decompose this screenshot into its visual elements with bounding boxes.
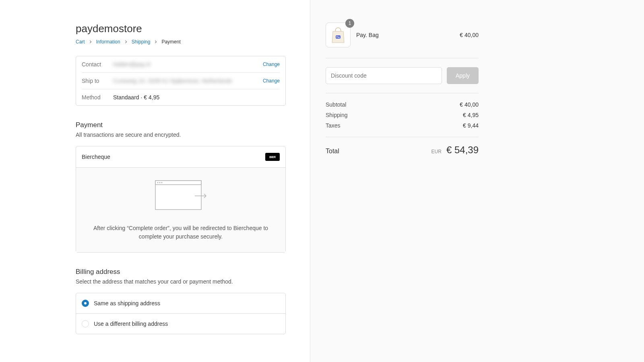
totals-block: Subtotal € 40,00 Shipping € 4,95 Taxes €… bbox=[326, 101, 479, 137]
billing-different-radio[interactable]: Use a different billing address bbox=[76, 314, 285, 334]
billing-sub: Select the address that matches your car… bbox=[76, 278, 286, 285]
contact-value: hidden@pay.nl bbox=[113, 61, 263, 68]
billing-same-radio[interactable]: Same as shipping address bbox=[76, 293, 285, 314]
chevron-right-icon bbox=[154, 39, 157, 45]
subtotal-label: Subtotal bbox=[326, 101, 346, 108]
shopping-bag-icon: Pay bbox=[330, 27, 346, 43]
shipping-label: Shipping bbox=[326, 112, 348, 118]
review-method-row: Method Standaard · € 4,95 bbox=[82, 89, 280, 105]
subtotal-line: Subtotal € 40,00 bbox=[326, 101, 479, 108]
shipto-label: Ship to bbox=[82, 78, 113, 84]
change-contact-link[interactable]: Change bbox=[263, 62, 280, 67]
apply-discount-button[interactable]: Apply bbox=[447, 67, 479, 84]
discount-row: Apply bbox=[326, 67, 479, 93]
review-contact-row: Contact hidden@pay.nl Change bbox=[82, 56, 280, 73]
shipping-line: Shipping € 4,95 bbox=[326, 112, 479, 118]
payment-method-body: After clicking “Complete order”, you wil… bbox=[76, 168, 285, 252]
cart-item-thumbnail: Pay 1 bbox=[326, 23, 351, 47]
method-label: Method bbox=[82, 94, 113, 101]
payment-sub: All transactions are secure and encrypte… bbox=[76, 132, 286, 138]
redirect-window-icon bbox=[155, 180, 207, 214]
total-amount: € 54,39 bbox=[446, 144, 479, 156]
review-block: Contact hidden@pay.nl Change Ship to Cur… bbox=[76, 56, 286, 106]
svg-point-4 bbox=[161, 182, 163, 183]
chevron-right-icon bbox=[124, 39, 128, 45]
svg-rect-0 bbox=[155, 181, 201, 210]
breadcrumb-information[interactable]: Information bbox=[96, 39, 120, 45]
biercheque-badge-icon: BIER bbox=[265, 153, 280, 161]
billing-address-box: Same as shipping address Use a different… bbox=[76, 293, 286, 334]
billing-title: Billing address bbox=[76, 268, 286, 276]
billing-different-label: Use a different billing address bbox=[94, 321, 168, 327]
shipto-value: Curieweg 10, 3208 KJ Spijkenisse, Nether… bbox=[113, 78, 263, 84]
breadcrumb: Cart Information Shipping Payment bbox=[76, 39, 286, 45]
payment-method-name: Biercheque bbox=[82, 154, 110, 160]
svg-point-3 bbox=[159, 182, 161, 183]
radio-checked-icon bbox=[82, 300, 89, 307]
total-label: Total bbox=[326, 148, 339, 155]
billing-same-label: Same as shipping address bbox=[94, 300, 160, 306]
review-shipto-row: Ship to Curieweg 10, 3208 KJ Spijkenisse… bbox=[82, 73, 280, 89]
taxes-value: € 9,44 bbox=[463, 122, 479, 129]
total-currency: EUR bbox=[431, 149, 442, 154]
payment-title: Payment bbox=[76, 121, 286, 129]
payment-redirect-text: After clicking “Complete order”, you wil… bbox=[86, 224, 276, 241]
contact-label: Contact bbox=[82, 61, 113, 68]
payment-method-header[interactable]: Biercheque BIER bbox=[76, 146, 285, 168]
cart-item-qty-badge: 1 bbox=[345, 19, 354, 28]
breadcrumb-cart[interactable]: Cart bbox=[76, 39, 85, 45]
svg-text:Pay: Pay bbox=[336, 36, 340, 38]
store-name: paydemostore bbox=[76, 23, 286, 35]
change-shipto-link[interactable]: Change bbox=[263, 78, 280, 84]
breadcrumb-shipping[interactable]: Shipping bbox=[132, 39, 151, 45]
grand-total-row: Total EUR € 54,39 bbox=[326, 144, 479, 156]
cart-item-price: € 40,00 bbox=[460, 32, 479, 38]
order-summary-sidebar: Pay 1 Pay. Bag € 40,00 Apply Subtotal € … bbox=[310, 0, 644, 362]
discount-code-input[interactable] bbox=[326, 67, 442, 84]
chevron-right-icon bbox=[89, 39, 92, 45]
shipping-value: € 4,95 bbox=[463, 112, 479, 118]
checkout-main: paydemostore Cart Information Shipping P… bbox=[0, 0, 310, 362]
method-value: Standaard · € 4,95 bbox=[113, 94, 280, 101]
cart-item-name: Pay. Bag bbox=[356, 32, 454, 38]
radio-unchecked-icon bbox=[82, 320, 89, 327]
cart-item: Pay 1 Pay. Bag € 40,00 bbox=[326, 23, 479, 58]
payment-method-box: Biercheque BIER After clicking “Complete… bbox=[76, 146, 286, 253]
taxes-line: Taxes € 9,44 bbox=[326, 122, 479, 129]
taxes-label: Taxes bbox=[326, 122, 341, 129]
svg-point-2 bbox=[157, 182, 159, 183]
subtotal-value: € 40,00 bbox=[460, 101, 479, 108]
breadcrumb-payment: Payment bbox=[161, 39, 180, 45]
